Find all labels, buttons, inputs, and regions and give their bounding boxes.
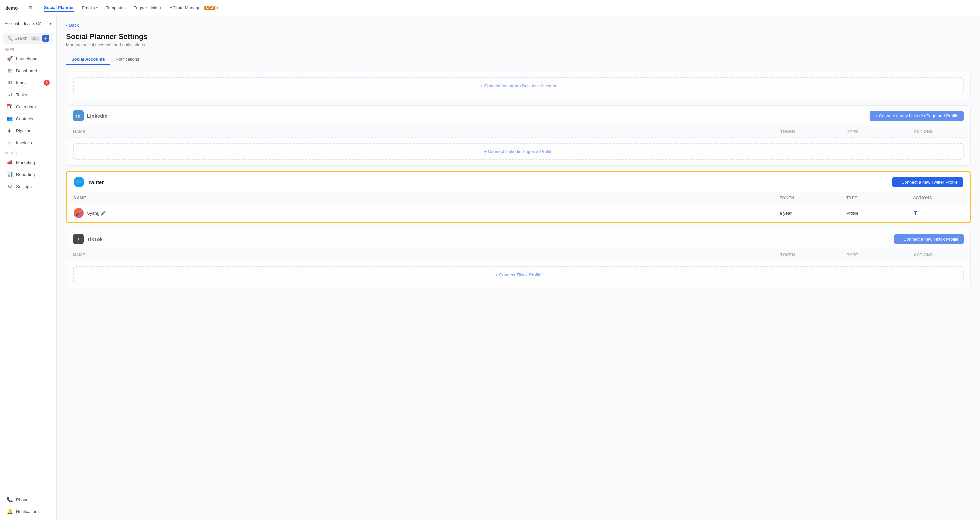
twitter-table-header: Name Token Type Actions: [67, 192, 970, 204]
avatar-emoji: 🎤: [75, 210, 82, 216]
instagram-section: + Connect Instagram Business Account: [66, 72, 970, 100]
back-link[interactable]: ‹ Back: [66, 23, 970, 28]
invoices-icon: 🧾: [7, 140, 13, 146]
top-navigation: demo ≡ Social Planner Emails ▾ Templates…: [0, 0, 980, 16]
delete-twitter-button[interactable]: 🗑: [913, 210, 918, 216]
nav-social-planner[interactable]: Social Planner: [44, 4, 74, 12]
nav-templates[interactable]: Templates: [106, 4, 126, 12]
col-name: Name: [73, 253, 780, 257]
marketing-icon: 📣: [7, 159, 13, 165]
sidebar-item-tasks[interactable]: ☑ Tasks: [2, 89, 54, 100]
inbox-badge: 0: [44, 80, 50, 86]
col-token: Token: [780, 253, 847, 257]
table-row: 🎤 Syang,🎤 a year Profile 🗑: [67, 204, 970, 222]
col-token: Token: [780, 196, 846, 200]
chevron-down-icon: ▾: [217, 6, 218, 10]
tasks-icon: ☑: [7, 92, 13, 98]
twitter-row-actions: 🗑: [913, 210, 963, 216]
tiktok-logo: ♪: [73, 234, 84, 244]
nav-affiliate-manager[interactable]: Affiliate Manager NEW ▾: [169, 4, 218, 12]
chevron-down-icon: ▾: [160, 6, 161, 10]
search-bar[interactable]: 🔍 Search ctrl K ⚡: [3, 33, 53, 44]
twitter-row-name: Syang,🎤: [87, 211, 106, 216]
sidebar-item-marketing[interactable]: 📣 Marketing: [2, 157, 54, 168]
chevron-down-icon: ▾: [96, 6, 98, 10]
connect-tiktok-button[interactable]: + Connect a new Tiktok Profile: [894, 234, 964, 244]
sidebar-item-phone[interactable]: 📞 Phone: [2, 494, 54, 505]
col-type: Type: [846, 196, 913, 200]
inbox-icon: ✉: [7, 80, 13, 86]
sidebar: Account -- Irvine, CA ▾ 🔍 Search ctrl K …: [0, 16, 57, 520]
col-name: Name: [74, 196, 780, 200]
col-name: Name: [73, 129, 780, 134]
launchpad-icon: 🚀: [7, 56, 13, 62]
apps-section-label: Apps: [0, 45, 56, 52]
col-token: Token: [780, 129, 847, 134]
sidebar-item-reporting[interactable]: 📊 Reporting: [2, 169, 54, 180]
tiktok-table-header: Name Token Type Actions: [66, 249, 970, 261]
twitter-row-type: Profile: [846, 211, 913, 216]
twitter-title-row: 🐦 Twitter: [74, 177, 104, 187]
linkedin-section: in Linkedin + Connect a new Linkedin Pag…: [66, 105, 970, 166]
col-type: Type: [847, 129, 914, 134]
connect-tiktok-dashed-button[interactable]: + Connect Tiktok Profile: [73, 266, 964, 283]
twitter-header: 🐦 Twitter + Connect a new Twitter Profil…: [67, 172, 970, 192]
account-selector[interactable]: Account -- Irvine, CA ▾: [0, 19, 56, 29]
linkedin-logo: in: [73, 110, 84, 121]
tab-bar: Social Accounts Notifications: [66, 54, 970, 65]
linkedin-name: Linkedin: [87, 113, 108, 119]
sidebar-item-calendars[interactable]: 📅 Calendars: [2, 101, 54, 112]
phone-icon: 📞: [7, 497, 13, 503]
col-type: Type: [847, 253, 914, 257]
search-icon: 🔍: [7, 36, 13, 41]
twitter-row-name-cell: 🎤 Syang,🎤: [74, 208, 780, 218]
sidebar-item-dashboard[interactable]: ⊞ Dashboard: [2, 65, 54, 76]
sidebar-item-launchpad[interactable]: 🚀 Launchpad: [2, 53, 54, 64]
twitter-logo: 🐦: [74, 177, 84, 187]
search-action-icon: ⚡: [42, 35, 49, 42]
sidebar-item-notifications[interactable]: 🔔 Notifications: [2, 506, 54, 517]
back-arrow-icon: ‹: [66, 23, 67, 28]
twitter-name: Twitter: [88, 179, 104, 185]
tab-social-accounts[interactable]: Social Accounts: [66, 54, 110, 65]
twitter-section: 🐦 Twitter + Connect a new Twitter Profil…: [66, 171, 970, 223]
notifications-icon: 🔔: [7, 508, 13, 514]
hamburger-icon[interactable]: ≡: [29, 4, 32, 11]
avatar: 🎤: [74, 208, 84, 218]
twitter-row-token: a year: [780, 211, 846, 216]
col-actions: Actions: [914, 129, 964, 134]
nav-emails[interactable]: Emails ▾: [82, 4, 98, 12]
main-content: ‹ Back Social Planner Settings Manage so…: [57, 16, 980, 520]
sidebar-item-invoices[interactable]: 🧾 Invoices: [2, 137, 54, 148]
dashboard-icon: ⊞: [7, 68, 13, 74]
pipeline-icon: ◈: [7, 128, 13, 134]
nav-trigger-links[interactable]: Trigger Links ▾: [134, 4, 162, 12]
connect-twitter-button[interactable]: + Connect a new Twitter Profile: [892, 177, 963, 187]
col-actions: Actions: [913, 196, 963, 200]
sidebar-item-pipeline[interactable]: ◈ Pipeline: [2, 125, 54, 136]
tab-notifications[interactable]: Notifications: [110, 54, 145, 65]
page-title: Social Planner Settings: [66, 32, 970, 41]
tiktok-header: ♪ TikTok + Connect a new Tiktok Profile: [66, 229, 970, 249]
reporting-icon: 📊: [7, 171, 13, 177]
contacts-icon: 👥: [7, 116, 13, 122]
app-logo: demo: [5, 5, 18, 11]
sidebar-item-inbox[interactable]: ✉ Inbox 0: [2, 77, 54, 88]
linkedin-table-header: Name Token Type Actions: [66, 126, 970, 138]
page-subtitle: Manage social accounts and notifications: [66, 42, 970, 47]
tiktok-name: TikTok: [87, 236, 103, 242]
settings-icon: ⚙: [7, 183, 13, 189]
connect-instagram-button[interactable]: + Connect Instagram Business Account: [73, 77, 964, 94]
calendars-icon: 📅: [7, 104, 13, 110]
sidebar-item-settings[interactable]: ⚙ Settings: [2, 181, 54, 192]
sidebar-item-contacts[interactable]: 👥 Contacts: [2, 113, 54, 124]
col-actions: Actions: [914, 253, 964, 257]
linkedin-header: in Linkedin + Connect a new Linkedin Pag…: [66, 106, 970, 126]
connect-linkedin-pages-button[interactable]: + Connect Linkedin Pages & Profile: [73, 143, 964, 160]
linkedin-title-row: in Linkedin: [73, 110, 108, 121]
tiktok-section: ♪ TikTok + Connect a new Tiktok Profile …: [66, 229, 970, 289]
tiktok-title-row: ♪ TikTok: [73, 234, 103, 244]
connect-linkedin-button[interactable]: + Connect a new Linkedin Page and Profil…: [870, 111, 964, 121]
chevron-down-icon: ▾: [50, 21, 52, 26]
tools-section-label: Tools: [0, 149, 56, 156]
